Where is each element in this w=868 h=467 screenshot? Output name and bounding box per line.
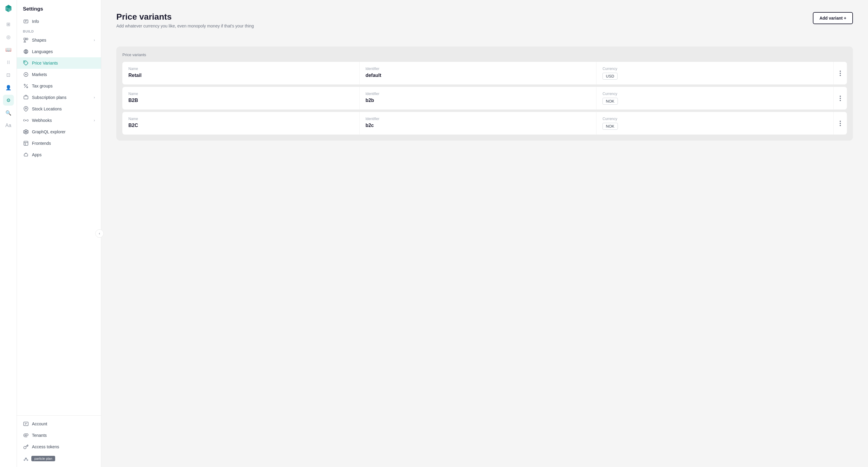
sidebar-item-stock-locations[interactable]: Stock Locations [17,103,101,115]
svg-rect-13 [24,141,28,145]
svg-line-7 [24,85,28,88]
identifier-value: default [366,73,590,78]
tax-icon [23,83,29,89]
svg-point-8 [24,84,25,85]
variant-menu-button[interactable] [838,94,842,102]
name-value: Retail [128,73,353,78]
graphql-icon [23,129,29,135]
name-label: Name [128,67,353,71]
shapes-chevron: › [94,38,95,42]
shapes-icon [23,37,29,43]
price-tag-icon [23,60,29,66]
add-variant-button[interactable]: Add variant + [813,12,853,24]
variant-menu-cell[interactable] [834,112,847,135]
markets-icon [23,71,29,78]
table-row: Name B2B Identifier b2b Currency NOK [122,87,847,110]
page-header: Price variants Add whatever currency you… [116,12,853,37]
rail-grid-icon[interactable]: ⊡ [3,69,14,80]
variants-list: Name Retail Identifier default Currency … [122,62,847,135]
variants-card-title: Price variants [122,53,847,57]
svg-point-9 [27,87,28,88]
sidebar-item-languages[interactable]: Languages [17,46,101,57]
svg-point-16 [24,460,25,461]
currency-cell: Currency USD [596,62,834,85]
rail-dashboard-icon[interactable]: ⊞ [3,19,14,30]
currency-label: Currency [602,92,827,96]
currency-badge: NOK [602,98,618,105]
identifier-label: Identifier [366,92,590,96]
icon-rail: ⊞ ◎ 📖 ⁞⁞ ⊡ 👤 ⚙ 🔍 Aa [0,0,17,467]
info-icon [23,19,29,24]
rail-translate-icon[interactable]: Aa [3,120,14,131]
key-icon [23,444,29,450]
sidebar-item-tax-groups[interactable]: Tax groups [17,80,101,92]
svg-point-2 [26,38,28,40]
sidebar-item-shapes[interactable]: Shapes › [17,34,101,46]
svg-point-5 [24,62,25,62]
rail-settings-icon[interactable]: ⚙ [3,95,14,106]
sidebar-item-price-variants[interactable]: Price Variants [17,57,101,69]
subscription-chevron: › [94,95,95,99]
currency-badge: NOK [602,123,618,130]
sidebar-bottom: Account Tenants Access tokens [17,415,101,467]
rail-dots-icon[interactable]: ⁞⁞ [3,57,14,67]
collapse-sidebar-button[interactable]: ‹ [95,229,104,238]
app-logo[interactable] [3,4,14,14]
main-content: Price variants Add whatever currency you… [101,0,868,467]
sidebar-item-graphql[interactable]: GraphQL explorer [17,126,101,138]
sidebar-item-subscription-plans[interactable]: Subscription plans › [17,92,101,103]
variant-menu-cell[interactable] [834,62,847,85]
languages-icon [23,49,29,55]
currency-label: Currency [602,67,827,71]
name-value: B2B [128,98,353,103]
identifier-value: b2b [366,98,590,103]
tenants-icon [23,432,29,438]
rail-nav2-icon[interactable]: ◎ [3,31,14,42]
plan-badge: particle plan [31,456,55,461]
svg-rect-10 [24,96,28,99]
rail-profile-icon[interactable]: 👤 [3,82,14,93]
identifier-cell: Identifier b2c [360,112,597,135]
sidebar-item-access-tokens[interactable]: Access tokens [17,441,101,453]
identifier-cell: Identifier b2b [360,87,597,110]
svg-point-11 [25,108,27,109]
plan-section: particle plan [17,453,101,465]
name-cell: Name B2B [122,87,360,110]
apps-icon [23,152,29,158]
webhooks-icon [23,117,29,123]
rail-search-icon[interactable]: 🔍 [3,108,14,118]
svg-rect-1 [24,38,26,40]
currency-badge: USD [602,73,617,80]
account-icon [23,421,29,427]
table-row: Name Retail Identifier default Currency … [122,62,847,85]
sidebar-item-markets[interactable]: Markets [17,69,101,80]
name-cell: Name Retail [122,62,360,85]
variant-menu-button[interactable] [838,69,842,77]
name-cell: Name B2C [122,112,360,135]
sidebar-item-tenants[interactable]: Tenants [17,430,101,441]
currency-label: Currency [602,117,827,121]
rail-book-icon[interactable]: 📖 [3,44,14,55]
name-label: Name [128,117,353,121]
variant-menu-button[interactable] [838,119,842,127]
sidebar-item-webhooks[interactable]: Webhooks › [17,115,101,126]
identifier-cell: Identifier default [360,62,597,85]
name-label: Name [128,92,353,96]
sidebar-title: Settings [17,0,101,16]
sidebar-item-frontends[interactable]: Frontends [17,138,101,149]
name-value: B2C [128,123,353,128]
sidebar-item-info[interactable]: Info [17,16,101,27]
sidebar-item-account[interactable]: Account [17,418,101,430]
currency-cell: Currency NOK [596,112,834,135]
identifier-label: Identifier [366,67,590,71]
sidebar-item-apps[interactable]: Apps [17,149,101,160]
svg-rect-14 [24,422,28,426]
svg-point-15 [25,458,27,460]
sidebar: Settings Info Build Shapes › Languages [17,0,101,467]
svg-point-17 [27,460,28,461]
svg-point-4 [24,50,28,54]
build-section-label: Build [17,27,101,34]
variants-card: Price variants Name Retail Identifier de… [116,47,853,141]
stock-icon [23,106,29,112]
variant-menu-cell[interactable] [834,87,847,110]
